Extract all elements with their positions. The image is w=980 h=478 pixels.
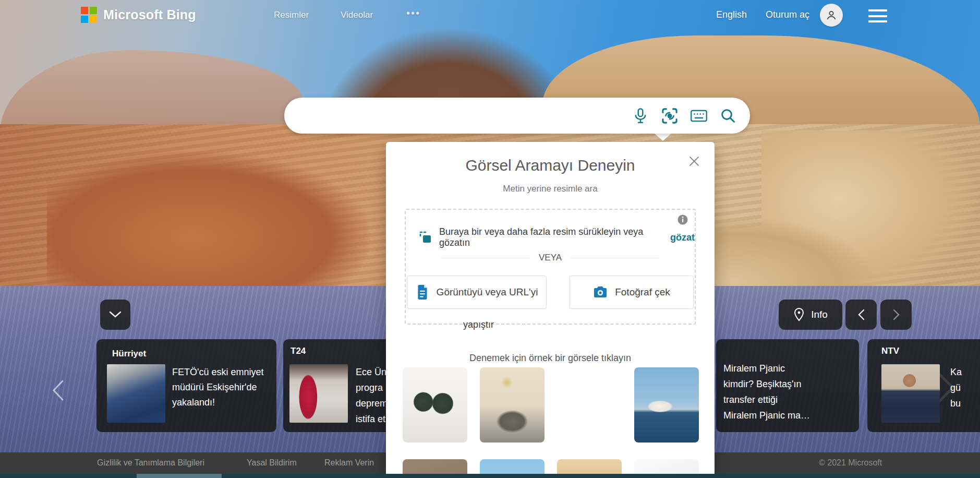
news-thumbnail bbox=[107, 364, 165, 423]
bing-homepage: Microsoft Bing Resimler Videolar ••• Eng… bbox=[0, 0, 980, 478]
visual-search-icon[interactable] bbox=[661, 107, 679, 125]
search-input[interactable] bbox=[300, 104, 625, 128]
language-switch[interactable]: English bbox=[716, 9, 747, 20]
microphone-icon[interactable] bbox=[632, 107, 649, 125]
news-source: T24 bbox=[291, 346, 306, 356]
hamburger-menu-icon[interactable] bbox=[868, 9, 887, 22]
news-headline-line: Ka bbox=[950, 365, 962, 380]
dropzone-instruction-row: Buraya bir veya daha fazla resim sürükle… bbox=[418, 226, 695, 248]
carousel-left-arrow[interactable] bbox=[51, 379, 65, 402]
info-icon[interactable] bbox=[677, 214, 688, 225]
scrollbar-thumb[interactable] bbox=[137, 474, 222, 478]
document-icon bbox=[416, 284, 429, 300]
brand-title: Microsoft Bing bbox=[103, 7, 196, 22]
take-photo-button[interactable]: Fotoğraf çek bbox=[570, 276, 694, 309]
news-card[interactable]: Hürriyet FETÖ'cü eski emniyet müdürü Esk… bbox=[96, 339, 276, 432]
search-bar[interactable] bbox=[284, 98, 750, 134]
news-headline-line: istifa et bbox=[356, 412, 385, 427]
sample-image-latte-art[interactable] bbox=[557, 367, 622, 443]
more-menu-icon[interactable]: ••• bbox=[406, 7, 420, 19]
visual-search-popup: Görsel Aramayı Deneyin Metin yerine resi… bbox=[386, 142, 715, 478]
samples-caption: Denemek için örnek bir görsele tıklayın bbox=[386, 353, 715, 364]
popup-subtitle: Metin yerine resimle ara bbox=[386, 184, 715, 194]
popup-title: Görsel Aramayı Deneyin bbox=[386, 157, 715, 174]
nav-images[interactable]: Resimler bbox=[274, 10, 309, 20]
location-pin-icon bbox=[793, 307, 805, 322]
news-headline-line: progra bbox=[356, 380, 383, 396]
news-thumbnail bbox=[881, 364, 940, 423]
news-source: NTV bbox=[881, 346, 899, 356]
dropzone-text: Buraya bir veya daha fazla resim sürükle… bbox=[439, 226, 663, 248]
news-headline-line: bu bbox=[950, 396, 961, 411]
or-divider: VEYA bbox=[406, 253, 695, 263]
paste-button-label: Görüntüyü veya URL'yi bbox=[437, 286, 538, 298]
news-card[interactable]: NTV Ka gü bu bbox=[867, 339, 980, 432]
popup-pointer-notch bbox=[654, 133, 672, 141]
microsoft-logo-icon bbox=[81, 7, 97, 23]
camera-icon bbox=[593, 286, 608, 298]
news-headline-line: Miralem Pjanic ma… bbox=[723, 408, 810, 423]
collapse-news-button[interactable] bbox=[100, 300, 130, 330]
horizontal-scrollbar[interactable] bbox=[0, 474, 980, 478]
news-thumbnail bbox=[289, 364, 348, 423]
news-source: Hürriyet bbox=[112, 349, 146, 359]
profile-avatar[interactable] bbox=[820, 4, 843, 27]
news-headline-line: Miralem Pjanic bbox=[723, 361, 785, 376]
sample-image-sunglasses[interactable] bbox=[403, 367, 467, 443]
header: Microsoft Bing Resimler Videolar ••• Eng… bbox=[0, 0, 980, 31]
news-headline-line: FETÖ'cü eski emniyet bbox=[172, 365, 263, 380]
search-bar-icons bbox=[632, 98, 737, 134]
person-icon bbox=[825, 9, 838, 21]
news-headline-line: kimdir? Beşiktaş'ın bbox=[723, 377, 801, 392]
news-headline-line: yakalandı! bbox=[172, 395, 215, 410]
footer-link-legal[interactable]: Yasal Bildirim bbox=[247, 458, 297, 468]
chevron-left-icon bbox=[857, 308, 865, 321]
paste-image-url-button[interactable]: Görüntüyü veya URL'yi bbox=[407, 276, 547, 309]
keyboard-icon[interactable] bbox=[690, 107, 708, 125]
news-headline-line: transfer ettiği bbox=[723, 392, 778, 408]
news-headline-line: gü bbox=[950, 380, 961, 396]
search-icon[interactable] bbox=[719, 107, 737, 125]
footer-link-privacy[interactable]: Gizlilik ve Tanımlama Bilgileri bbox=[97, 458, 204, 468]
sample-image-grid bbox=[403, 367, 698, 478]
sample-image-opera-house[interactable] bbox=[634, 367, 699, 443]
or-divider-label: VEYA bbox=[539, 253, 562, 263]
background-prev-button[interactable] bbox=[845, 300, 877, 330]
footer-link-advertise[interactable]: Reklam Verin bbox=[324, 458, 374, 468]
sign-in-link[interactable]: Oturum aç bbox=[766, 9, 809, 20]
image-dropzone[interactable]: Buraya bir veya daha fazla resim sürükle… bbox=[405, 209, 696, 325]
drag-image-icon bbox=[418, 230, 433, 245]
background-rock bbox=[47, 151, 370, 308]
photo-button-label: Fotoğraf çek bbox=[615, 286, 670, 298]
news-headline-line: müdürü Eskişehir'de bbox=[172, 380, 257, 395]
news-card[interactable]: Miralem Pjanic kimdir? Beşiktaş'ın trans… bbox=[716, 339, 859, 432]
background-next-button[interactable] bbox=[880, 300, 912, 330]
browse-link[interactable]: gözat bbox=[670, 232, 695, 243]
info-button-label: Info bbox=[811, 309, 828, 320]
microsoft-bing-logo[interactable]: Microsoft Bing bbox=[81, 7, 196, 23]
image-info-button[interactable]: Info bbox=[779, 300, 842, 330]
footer-copyright: © 2021 Microsoft bbox=[819, 458, 882, 468]
chevron-right-icon bbox=[892, 308, 900, 321]
nav-videos[interactable]: Videolar bbox=[341, 10, 373, 20]
news-headline-line: deprem bbox=[356, 396, 388, 411]
dropzone-buttons: Görüntüyü veya URL'yi Fotoğraf çek bbox=[406, 276, 695, 309]
paste-suffix-text: yapıştır bbox=[463, 319, 494, 330]
sample-image-dining-room[interactable] bbox=[480, 367, 545, 443]
chevron-down-icon bbox=[108, 310, 122, 319]
